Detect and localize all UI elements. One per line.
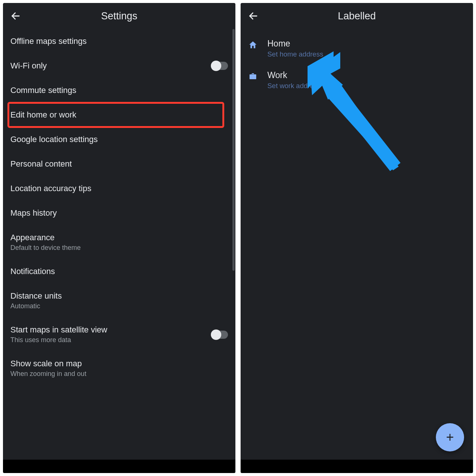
setting-satellite-view[interactable]: Start maps in satellite view This uses m… bbox=[3, 318, 235, 351]
setting-personal-content[interactable]: Personal content bbox=[3, 152, 235, 176]
page-title: Settings bbox=[3, 10, 235, 22]
setting-label: Distance units bbox=[10, 291, 62, 301]
settings-list: Offline maps settings Wi-Fi only Commute… bbox=[3, 29, 235, 385]
setting-label: Wi-Fi only bbox=[10, 61, 47, 71]
setting-label: Maps history bbox=[10, 208, 57, 218]
setting-location-accuracy[interactable]: Location accuracy tips bbox=[3, 176, 235, 201]
back-arrow-icon bbox=[10, 11, 21, 21]
setting-label: Offline maps settings bbox=[10, 36, 87, 46]
setting-sublabel: Default to device theme bbox=[10, 244, 81, 252]
setting-label: Notifications bbox=[10, 267, 55, 276]
back-button[interactable] bbox=[8, 9, 23, 23]
toggle-knob bbox=[211, 61, 221, 71]
setting-label: Show scale on map bbox=[10, 359, 86, 369]
setting-notifications[interactable]: Notifications bbox=[3, 259, 235, 284]
add-label-fab[interactable]: + bbox=[436, 423, 464, 451]
labelled-list: Home Set home address Work Set work addr… bbox=[241, 29, 473, 96]
setting-commute[interactable]: Commute settings bbox=[3, 78, 235, 103]
labelled-title: Home bbox=[267, 39, 323, 49]
setting-google-location[interactable]: Google location settings bbox=[3, 127, 235, 152]
satellite-toggle[interactable] bbox=[212, 331, 228, 339]
labelled-sublabel: Set work address bbox=[267, 82, 321, 90]
nav-bar bbox=[241, 460, 473, 473]
setting-sublabel: When zooming in and out bbox=[10, 370, 86, 378]
settings-screen: Settings Offline maps settings Wi-Fi onl… bbox=[3, 3, 235, 473]
setting-label: Commute settings bbox=[10, 86, 76, 95]
plus-icon: + bbox=[446, 430, 454, 445]
back-button[interactable] bbox=[246, 9, 261, 23]
setting-label: Start maps in satellite view bbox=[10, 325, 107, 335]
briefcase-icon bbox=[247, 70, 258, 81]
setting-edit-home-work[interactable]: Edit home or work bbox=[3, 103, 235, 127]
labelled-screen: Labelled Home Set home address Work Set … bbox=[241, 3, 473, 473]
setting-label: Google location settings bbox=[10, 135, 98, 144]
setting-label: Location accuracy tips bbox=[10, 184, 91, 193]
setting-sublabel: Automatic bbox=[10, 302, 62, 310]
back-arrow-icon bbox=[248, 11, 258, 21]
setting-wifi-only[interactable]: Wi-Fi only bbox=[3, 54, 235, 78]
labelled-title: Work bbox=[267, 70, 321, 80]
setting-label: Appearance bbox=[10, 233, 81, 242]
settings-header: Settings bbox=[3, 3, 235, 29]
setting-label: Personal content bbox=[10, 159, 72, 169]
setting-label: Edit home or work bbox=[10, 110, 76, 120]
toggle-knob bbox=[211, 329, 221, 340]
setting-show-scale[interactable]: Show scale on map When zooming in and ou… bbox=[3, 351, 235, 385]
labelled-header: Labelled bbox=[241, 3, 473, 29]
labelled-item-work[interactable]: Work Set work address bbox=[241, 64, 473, 96]
home-icon bbox=[247, 39, 258, 50]
setting-distance-units[interactable]: Distance units Automatic bbox=[3, 284, 235, 318]
page-title: Labelled bbox=[241, 10, 473, 22]
labelled-sublabel: Set home address bbox=[267, 50, 323, 58]
labelled-item-home[interactable]: Home Set home address bbox=[241, 33, 473, 64]
setting-offline-maps[interactable]: Offline maps settings bbox=[3, 29, 235, 54]
setting-appearance[interactable]: Appearance Default to device theme bbox=[3, 225, 235, 259]
setting-sublabel: This uses more data bbox=[10, 336, 107, 344]
setting-maps-history[interactable]: Maps history bbox=[3, 201, 235, 225]
nav-bar bbox=[3, 460, 235, 473]
wifi-only-toggle[interactable] bbox=[212, 62, 228, 70]
